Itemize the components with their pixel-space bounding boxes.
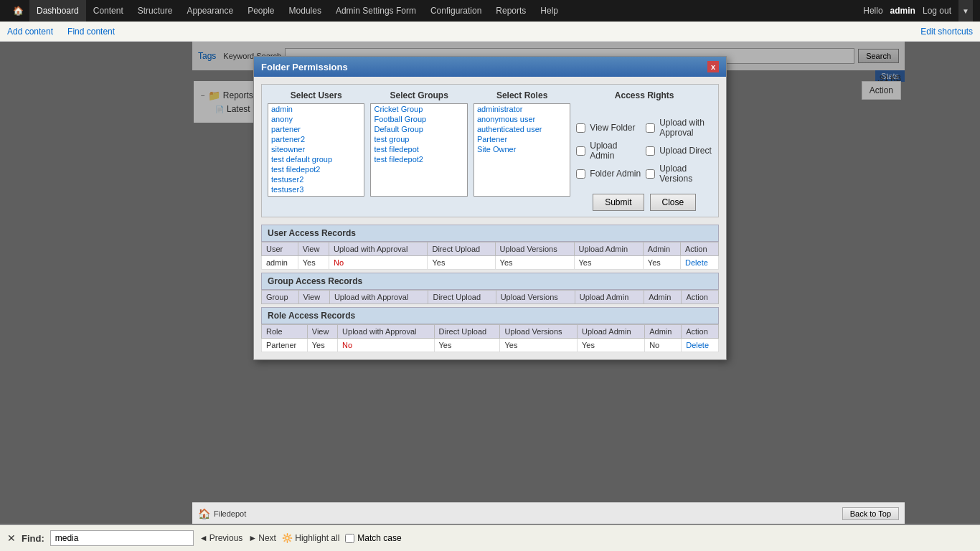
col-action: Action xyxy=(681,242,719,256)
folder-admin-checkbox[interactable] xyxy=(576,169,585,179)
group-football[interactable]: Football Group xyxy=(371,114,466,124)
col-upload-versions-r: Upload Versions xyxy=(500,325,578,339)
group-test-filedepot[interactable]: test filedepot xyxy=(371,144,466,154)
cell-admin-r: No xyxy=(645,339,682,352)
upload-approval-row: Upload with Approval xyxy=(646,118,712,138)
find-content-link[interactable]: Find content xyxy=(67,27,115,37)
select-roles-header: Select Roles xyxy=(473,90,570,100)
user-test-filedepot2[interactable]: test filedepot2 xyxy=(268,164,364,174)
group-test-filedepot2[interactable]: test filedepot2 xyxy=(371,154,466,164)
user-anony[interactable]: anony xyxy=(268,114,364,124)
cell-upload-admin-r: Yes xyxy=(578,339,645,352)
col-upload-admin-g: Upload Admin xyxy=(575,291,644,304)
close-button[interactable]: Close xyxy=(650,194,697,211)
select-users-header: Select Users xyxy=(268,90,364,100)
breadcrumb-text: Filedepot xyxy=(214,509,246,518)
group-test[interactable]: test group xyxy=(371,134,466,144)
user-testuserrole[interactable]: testuserrole xyxy=(268,194,364,197)
nav-expand-button[interactable]: ▼ xyxy=(958,0,973,22)
nav-appearance[interactable]: Appearance xyxy=(179,0,240,22)
upload-direct-checkbox[interactable] xyxy=(646,146,655,156)
user-admin[interactable]: admin xyxy=(268,104,364,114)
view-folder-checkbox[interactable] xyxy=(576,123,585,133)
view-folder-row: View Folder xyxy=(576,118,643,138)
access-rights-controls: View Folder Upload with Approval Upload … xyxy=(576,103,712,184)
view-folder-label: View Folder xyxy=(590,123,635,133)
groups-listbox[interactable]: Cricket Group Football Group Default Gro… xyxy=(370,103,467,197)
match-case-checkbox[interactable] xyxy=(345,534,354,543)
select-groups-column: Select Groups Cricket Group Football Gro… xyxy=(370,90,467,211)
upload-approval-checkbox[interactable] xyxy=(646,123,655,133)
nav-admin-settings[interactable]: Admin Settings Form xyxy=(329,0,423,22)
user-siteowner[interactable]: siteowner xyxy=(268,144,364,154)
col-admin: Admin xyxy=(643,242,680,256)
nav-configuration[interactable]: Configuration xyxy=(423,0,489,22)
col-view-r: View xyxy=(307,325,337,339)
col-upload-admin: Upload Admin xyxy=(574,242,643,256)
nav-modules[interactable]: Modules xyxy=(282,0,329,22)
breadcrumb-home-icon[interactable]: 🏠 xyxy=(198,508,210,519)
group-cricket[interactable]: Cricket Group xyxy=(371,104,466,114)
back-to-top-button[interactable]: Back to Top xyxy=(842,507,899,520)
cell-admin: Yes xyxy=(643,256,680,270)
group-default[interactable]: Default Group xyxy=(371,124,466,134)
role-administrator[interactable]: administrator xyxy=(474,104,570,114)
delete-user-link[interactable]: Delete xyxy=(685,258,708,267)
delete-role-link[interactable]: Delete xyxy=(686,341,709,349)
role-access-records-header: Role Access Records xyxy=(261,307,719,324)
modal-close-button[interactable]: x xyxy=(707,61,719,72)
cell-action-r[interactable]: Delete xyxy=(682,339,719,352)
users-listbox[interactable]: admin anony partener partener2 siteowner… xyxy=(268,103,364,197)
nav-people[interactable]: People xyxy=(240,0,281,22)
cell-upload-approval: No xyxy=(329,256,428,270)
next-label: Next xyxy=(258,533,276,543)
add-content-link[interactable]: Add content xyxy=(7,27,53,37)
upload-versions-checkbox[interactable] xyxy=(646,169,655,179)
col-direct-upload-g: Direct Upload xyxy=(428,291,496,304)
user-test-default-group[interactable]: test default group xyxy=(268,154,364,164)
select-users-column: Select Users admin anony partener parten… xyxy=(268,90,364,211)
select-groups-header: Select Groups xyxy=(370,90,467,100)
cell-role: Partener xyxy=(262,339,308,352)
col-admin-g: Admin xyxy=(644,291,682,304)
user-access-records-table: User View Upload with Approval Direct Up… xyxy=(261,242,719,270)
home-icon[interactable]: 🏠 xyxy=(7,0,29,22)
col-view: View xyxy=(298,242,329,256)
col-group: Group xyxy=(262,291,299,304)
folder-admin-row: Folder Admin xyxy=(576,164,643,184)
find-bar: ✕ Find: ◄ Previous ► Next 🔆 Highlight al… xyxy=(0,524,980,551)
logout-link[interactable]: Log out xyxy=(923,6,951,16)
nav-reports[interactable]: Reports xyxy=(489,0,533,22)
role-anonymous-user[interactable]: anonymous user xyxy=(474,114,570,124)
col-admin-r: Admin xyxy=(645,325,682,339)
table-row: Partener Yes No Yes Yes Yes No Delete xyxy=(262,339,719,352)
role-site-owner[interactable]: Site Owner xyxy=(474,144,570,154)
edit-shortcuts-link[interactable]: Edit shortcuts xyxy=(920,27,973,37)
nav-content[interactable]: Content xyxy=(86,0,131,22)
cell-direct-upload-r: Yes xyxy=(434,339,500,352)
roles-listbox[interactable]: administrator anonymous user authenticat… xyxy=(473,103,570,197)
user-partener[interactable]: partener xyxy=(268,124,364,134)
col-upload-approval: Upload with Approval xyxy=(329,242,428,256)
upload-admin-checkbox[interactable] xyxy=(576,146,585,156)
find-next-button[interactable]: ► Next xyxy=(248,533,276,543)
cell-action[interactable]: Delete xyxy=(681,256,719,270)
nav-structure[interactable]: Structure xyxy=(131,0,180,22)
col-direct-upload: Direct Upload xyxy=(428,242,495,256)
col-role: Role xyxy=(262,325,308,339)
highlight-all-button[interactable]: 🔆 Highlight all xyxy=(282,533,339,543)
user-testuser2[interactable]: testuser2 xyxy=(268,174,364,184)
col-user: User xyxy=(262,242,298,256)
user-partener2[interactable]: partener2 xyxy=(268,134,364,144)
nav-dashboard[interactable]: Dashboard xyxy=(29,0,86,22)
role-partener[interactable]: Partener xyxy=(474,134,570,144)
cell-upload-versions: Yes xyxy=(495,256,574,270)
find-previous-button[interactable]: ◄ Previous xyxy=(199,533,243,543)
role-authenticated-user[interactable]: authenticated user xyxy=(474,124,570,134)
find-close-button[interactable]: ✕ xyxy=(7,532,16,544)
find-input[interactable] xyxy=(50,530,194,546)
user-testuser3[interactable]: testuser3 xyxy=(268,184,364,194)
nav-help[interactable]: Help xyxy=(533,0,565,22)
submit-button[interactable]: Submit xyxy=(593,194,644,211)
highlight-all-label: Highlight all xyxy=(295,533,339,543)
